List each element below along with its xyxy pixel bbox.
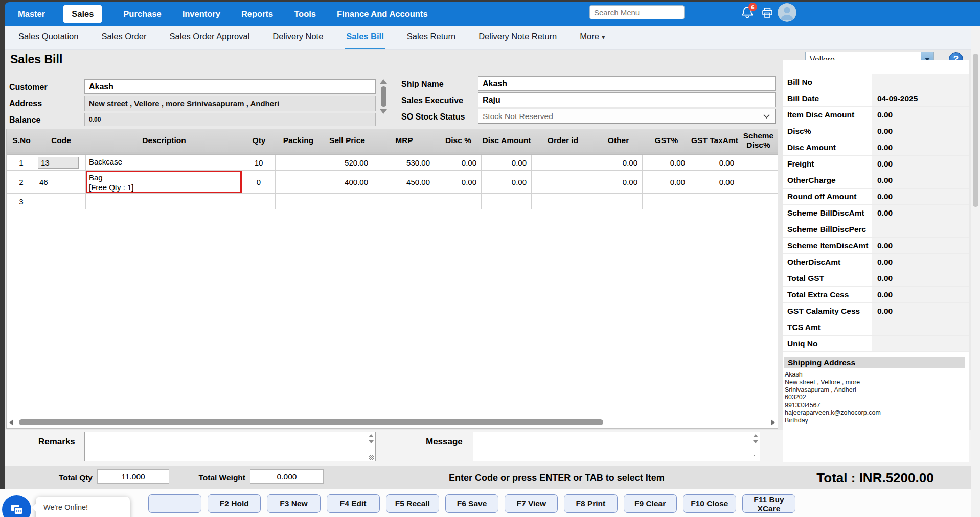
arrow-up-icon[interactable] — [753, 434, 758, 437]
summary-value[interactable]: 0.00 — [872, 172, 969, 188]
scroll-up-icon[interactable] — [380, 79, 387, 84]
scroll-left-icon[interactable] — [9, 419, 13, 426]
sales-executive-input[interactable] — [478, 92, 776, 107]
summary-value[interactable]: 0.00 — [872, 287, 969, 302]
module-tab[interactable]: Sales Return — [405, 26, 457, 49]
function-key-button[interactable]: F8 Print — [564, 494, 617, 513]
module-tab[interactable]: Delivery Note — [271, 26, 325, 49]
summary-value[interactable]: 0.00 — [872, 238, 969, 253]
topnav-item[interactable]: Inventory — [183, 9, 220, 19]
module-tab[interactable]: More — [578, 26, 607, 49]
topnav-item[interactable]: Master — [18, 9, 45, 19]
cell-gst-taxamt[interactable]: 0.00 — [690, 155, 739, 171]
remarks-textarea[interactable] — [84, 432, 376, 461]
customer-form-scrollbar[interactable] — [378, 79, 389, 125]
search-input[interactable] — [589, 5, 685, 19]
cell-sell-price[interactable]: 400.00 — [321, 171, 373, 194]
cell-code[interactable]: 13 — [36, 155, 86, 171]
resize-grip-icon[interactable] — [369, 455, 374, 460]
cell-packing[interactable] — [276, 194, 321, 209]
textarea-spinner[interactable] — [753, 434, 758, 443]
cell-gst-pct[interactable]: 0.00 — [643, 155, 690, 171]
cell-scheme-disc[interactable] — [739, 171, 778, 194]
module-tab[interactable]: Delivery Note Return — [477, 26, 558, 49]
total-qty-input[interactable] — [97, 469, 169, 484]
cell-mrp[interactable]: 450.00 — [373, 171, 435, 194]
scroll-down-icon[interactable] — [380, 109, 387, 114]
cell-description[interactable] — [86, 194, 242, 209]
topnav-item[interactable]: Reports — [241, 9, 273, 19]
topnav-item[interactable]: Finance And Accounts — [337, 9, 428, 19]
page-vertical-scrollbar[interactable] — [971, 26, 980, 517]
function-key-button[interactable]: F4 Edit — [327, 494, 380, 513]
cell-qty[interactable] — [242, 194, 276, 209]
resize-grip-icon[interactable] — [754, 455, 759, 460]
cell-description[interactable]: Backcase — [86, 155, 242, 171]
function-key-button[interactable]: F5 Recall — [386, 494, 439, 513]
table-row[interactable]: 1 13 Backcase 10 520.00 530.00 0.00 — [7, 155, 778, 171]
cell-disc-pct[interactable] — [435, 194, 482, 209]
function-key-button[interactable]: F2 Hold — [208, 494, 261, 513]
topnav-item[interactable]: Tools — [294, 9, 316, 19]
summary-value[interactable]: 0.00 — [872, 254, 969, 270]
total-weight-input[interactable] — [250, 469, 324, 484]
cell-order-id[interactable] — [532, 155, 594, 171]
scroll-thumb[interactable] — [19, 419, 603, 425]
summary-value[interactable]: 0.00 — [872, 189, 969, 204]
cell-gst-pct[interactable] — [643, 194, 690, 209]
so-stock-status-select[interactable]: Stock Not Reserved — [478, 109, 776, 124]
cell-scheme-disc[interactable] — [739, 194, 778, 209]
cell-other[interactable] — [594, 194, 643, 209]
cell-sell-price[interactable] — [321, 194, 373, 209]
customer-input[interactable] — [84, 79, 376, 94]
summary-value[interactable]: 0.00 — [872, 107, 969, 123]
cell-code[interactable] — [36, 194, 86, 209]
summary-value[interactable]: 0.00 — [872, 156, 969, 172]
cell-scheme-disc[interactable] — [739, 155, 778, 171]
cell-other[interactable]: 0.00 — [594, 171, 643, 194]
table-row[interactable]: 2 46 Bag [Free Qty : 1] 0 400.00 450.00 — [7, 171, 778, 194]
arrow-up-icon[interactable] — [369, 434, 374, 437]
cell-disc-amount[interactable] — [482, 194, 532, 209]
function-key-button[interactable]: F3 New — [267, 494, 320, 513]
cell-gst-taxamt[interactable]: 0.00 — [690, 171, 739, 194]
function-key-button[interactable] — [148, 494, 201, 513]
summary-value[interactable]: 04-09-2025 — [872, 90, 969, 106]
cell-disc-pct[interactable]: 0.00 — [435, 155, 482, 171]
textarea-spinner[interactable] — [369, 434, 374, 443]
cell-code[interactable]: 46 — [36, 171, 86, 194]
cell-sell-price[interactable]: 520.00 — [321, 155, 373, 171]
table-horizontal-scrollbar[interactable] — [7, 418, 777, 427]
summary-value[interactable] — [872, 319, 969, 335]
cell-gst-taxamt[interactable] — [690, 194, 739, 209]
summary-value[interactable]: 0.00 — [872, 123, 969, 139]
function-key-button[interactable]: F7 View — [505, 494, 558, 513]
function-key-button[interactable]: F11 Buy XCare — [742, 494, 795, 513]
arrow-down-icon[interactable] — [753, 440, 758, 443]
summary-value[interactable]: 0.00 — [872, 205, 969, 221]
cell-qty[interactable]: 0 — [242, 171, 276, 194]
function-key-button[interactable]: F9 Clear — [624, 494, 677, 513]
summary-value[interactable] — [872, 221, 969, 237]
cell-order-id[interactable] — [532, 171, 594, 194]
chat-status-popup[interactable]: We're Online! How may I help you today? — [36, 497, 130, 517]
summary-value[interactable]: 0.00 — [872, 139, 969, 155]
cell-disc-pct[interactable]: 0.00 — [435, 171, 482, 194]
cell-description[interactable]: Bag [Free Qty : 1] — [86, 171, 242, 194]
cell-order-id[interactable] — [532, 194, 594, 209]
arrow-down-icon[interactable] — [369, 440, 374, 443]
module-tab[interactable]: Sales Order — [100, 26, 148, 49]
ship-name-input[interactable] — [478, 76, 776, 91]
summary-value[interactable] — [872, 74, 969, 90]
topnav-item[interactable]: Purchase — [123, 9, 161, 19]
cell-mrp[interactable]: 530.00 — [373, 155, 435, 171]
module-tab[interactable]: Sales Bill — [345, 26, 385, 49]
printer-icon[interactable] — [761, 7, 774, 19]
cell-disc-amount[interactable]: 0.00 — [482, 171, 532, 194]
cell-disc-amount[interactable]: 0.00 — [482, 155, 532, 171]
function-key-button[interactable]: F6 Save — [445, 494, 498, 513]
table-row[interactable]: 3 — [7, 194, 778, 209]
scroll-thumb[interactable] — [973, 54, 978, 207]
module-tab[interactable]: Sales Order Approval — [168, 26, 251, 49]
module-tab[interactable]: Sales Quotation — [17, 26, 80, 49]
